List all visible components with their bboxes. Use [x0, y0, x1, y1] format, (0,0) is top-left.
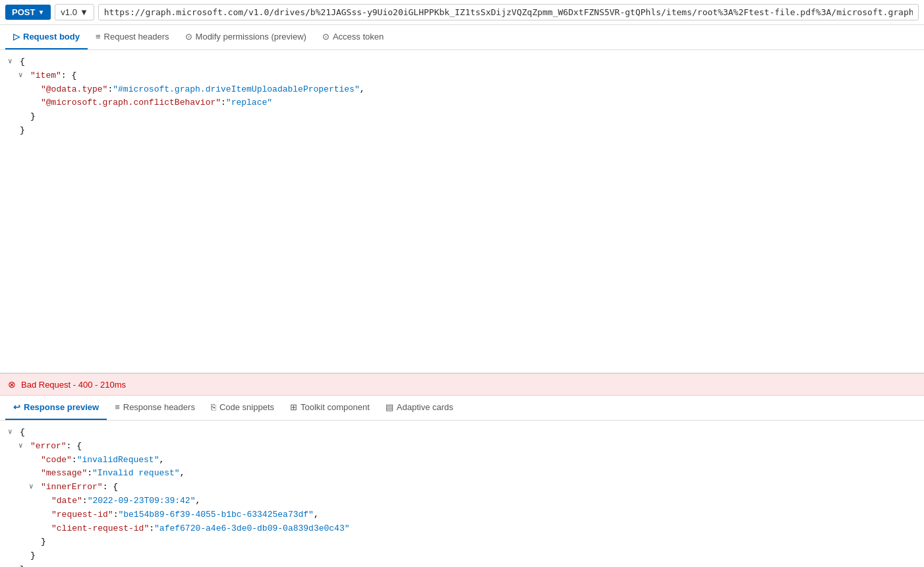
tab-access-token[interactable]: ⊙ Access token — [314, 25, 391, 49]
spacer-r1 — [29, 454, 40, 466]
resp-json-message-line: "message" : "Invalid request" , — [29, 467, 916, 481]
access-token-icon: ⊙ — [322, 32, 330, 42]
resp-json-client-request-id-line: "client-request-id" : "afef6720-a4e6-3de… — [40, 522, 916, 536]
tab-response-preview-label: Response preview — [24, 402, 99, 412]
spacer-r8 — [8, 563, 18, 567]
spacer-r6 — [29, 535, 40, 548]
status-text: Bad Request - 400 - 210ms — [21, 380, 126, 390]
tab-request-body[interactable]: ▷ Request body — [5, 25, 88, 49]
collapse-root-icon[interactable]: ∨ — [8, 55, 18, 68]
tab-modify-permissions[interactable]: ⊙ Modify permissions (preview) — [177, 25, 314, 49]
resp-json-root-open: ∨ { — [8, 426, 916, 440]
resp-collapse-innerError-icon[interactable]: ∨ — [29, 481, 40, 493]
json-line-odata-type: "@odata.type" : "#microsoft.graph.driveI… — [29, 83, 916, 97]
version-chevron-icon: ▼ — [80, 7, 88, 17]
tab-response-preview[interactable]: ↩ Response preview — [5, 396, 107, 420]
request-body-icon: ▷ — [13, 32, 20, 42]
code-snippets-icon: ⎘ — [211, 402, 216, 412]
resp-json-code-line: "code" : "invalidRequest" , — [29, 454, 916, 467]
response-body-panel: ∨ { ∨ "error" : { "code" : "invalidReque… — [0, 421, 924, 567]
resp-collapse-root-icon[interactable]: ∨ — [8, 426, 18, 438]
resp-json-request-id-line: "request-id" : "be154b89-6f39-4055-b1bc-… — [40, 508, 916, 522]
tab-adaptive-cards[interactable]: ▤ Adaptive cards — [378, 396, 461, 420]
status-bar: ⊗ Bad Request - 400 - 210ms — [0, 373, 924, 396]
modify-permissions-icon: ⊙ — [185, 32, 192, 42]
tab-adaptive-cards-label: Adaptive cards — [397, 402, 453, 412]
method-button[interactable]: POST ▼ — [5, 5, 51, 20]
error-icon: ⊗ — [8, 379, 16, 390]
tab-toolkit-component[interactable]: ⊞ Toolkit component — [282, 396, 378, 420]
method-label: POST — [12, 7, 35, 17]
resp-collapse-error-icon[interactable]: ∨ — [18, 440, 29, 452]
tab-code-snippets-label: Code snippets — [219, 402, 274, 412]
tab-access-token-label: Access token — [333, 32, 384, 42]
version-label: v1.0 — [61, 7, 77, 17]
version-selector[interactable]: v1.0 ▼ — [55, 4, 94, 20]
method-chevron-icon: ▼ — [38, 9, 44, 16]
spacer-4 — [8, 124, 18, 136]
resp-json-error-open: ∨ "error" : { — [18, 440, 916, 454]
url-bar: POST ▼ v1.0 ▼ — [0, 0, 924, 25]
spacer-r7 — [18, 549, 29, 562]
collapse-item-icon[interactable]: ∨ — [18, 69, 29, 82]
adaptive-cards-icon: ▤ — [386, 402, 393, 412]
json-line-conflict-behavior: "@microsoft.graph.conflictBehavior" : "r… — [29, 96, 916, 110]
spacer-r2 — [29, 467, 40, 479]
spacer-r5 — [40, 522, 50, 535]
resp-json-root-close: } — [8, 563, 916, 567]
resp-json-innerError-open: ∨ "innerError" : { — [29, 481, 916, 494]
tab-request-headers[interactable]: ≡ Request headers — [88, 25, 177, 49]
url-input[interactable] — [98, 4, 919, 20]
resp-json-date-line: "date" : "2022-09-23T09:39:42" , — [40, 494, 916, 508]
json-line-root-open: ∨ { — [8, 55, 916, 69]
spacer-r4 — [40, 508, 50, 521]
request-body-panel: ∨ { ∨ "item": { "@odata.type" : "#micros… — [0, 50, 924, 373]
response-json-code: ∨ { ∨ "error" : { "code" : "invalidReque… — [8, 426, 916, 567]
json-line-item-close: } — [18, 110, 916, 124]
response-tabs-bar: ↩ Response preview ≡ Response headers ⎘ … — [0, 396, 924, 421]
tab-request-body-label: Request body — [23, 32, 80, 42]
spacer-r3 — [40, 494, 50, 507]
request-tabs-bar: ▷ Request body ≡ Request headers ⊙ Modif… — [0, 25, 924, 50]
spacer-1 — [29, 83, 40, 96]
tab-modify-permissions-label: Modify permissions (preview) — [196, 32, 306, 42]
tab-toolkit-component-label: Toolkit component — [301, 402, 370, 412]
json-line-root-close: } — [8, 124, 916, 138]
resp-json-innerError-close: } — [29, 535, 916, 549]
request-headers-icon: ≡ — [96, 32, 101, 42]
toolkit-component-icon: ⊞ — [290, 402, 297, 412]
spacer-2 — [29, 96, 40, 109]
spacer-3 — [18, 110, 29, 123]
json-line-item-open: ∨ "item": { — [18, 69, 916, 83]
tab-response-headers-label: Response headers — [123, 402, 195, 412]
request-json-code: ∨ { ∨ "item": { "@odata.type" : "#micros… — [8, 55, 916, 138]
tab-response-headers[interactable]: ≡ Response headers — [107, 396, 203, 420]
response-preview-icon: ↩ — [13, 402, 20, 412]
tab-request-headers-label: Request headers — [104, 32, 169, 42]
resp-json-error-close: } — [18, 549, 916, 563]
response-headers-icon: ≡ — [115, 402, 120, 412]
tab-code-snippets[interactable]: ⎘ Code snippets — [203, 396, 282, 420]
